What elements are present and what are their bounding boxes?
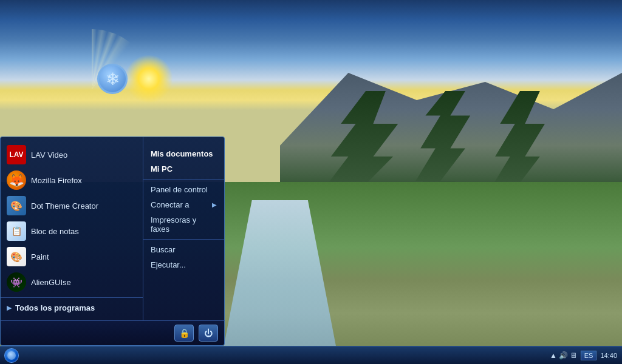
alienguise-icon: 👾 bbox=[7, 272, 26, 292]
network-icon: 🖥 bbox=[570, 351, 577, 360]
mozilla-firefox-label: Mozilla Firefox bbox=[31, 176, 82, 185]
speaker-icon: 🔊 bbox=[559, 351, 568, 360]
start-orb bbox=[4, 348, 19, 363]
right-item-mis-documentos[interactable]: Mis documentos bbox=[143, 146, 224, 161]
lav-video-label: LAV Video bbox=[31, 150, 67, 160]
menu-separator bbox=[1, 297, 143, 298]
menu-item-mozilla-firefox[interactable]: 🦊Mozilla Firefox bbox=[1, 167, 143, 193]
right-item-impresoras[interactable]: Impresoras y faxes bbox=[143, 212, 224, 237]
start-menu-left-panel: LAVLAV Video🦊Mozilla Firefox🎨Dot Theme C… bbox=[1, 137, 143, 320]
snowflake-icon: ❄ bbox=[106, 69, 120, 89]
taskbar: ▲ 🔊 🖥 ES 14:40 bbox=[0, 346, 622, 364]
tray-icons: ▲ 🔊 🖥 bbox=[550, 351, 577, 360]
start-menu-bottom: 🔒 ⏻ bbox=[0, 320, 225, 346]
start-menu: ❄ LAVLAV Video🦊Mozilla Firefox🎨Dot Theme… bbox=[0, 100, 225, 346]
right-separator bbox=[143, 179, 224, 180]
user-avatar: ❄ bbox=[97, 64, 128, 94]
right-separator bbox=[143, 239, 224, 240]
tray-arrow-icon: ▲ bbox=[550, 351, 557, 360]
desktop: ❄ LAVLAV Video🦊Mozilla Firefox🎨Dot Theme… bbox=[0, 0, 622, 364]
right-item-conectar-a-label: Conectar a bbox=[151, 200, 190, 209]
taskbar-tray: ▲ 🔊 🖥 ES 14:40 bbox=[550, 351, 622, 360]
bloc-notas-label: Bloc de notas bbox=[31, 227, 79, 236]
alienguise-label: AlienGUIse bbox=[31, 278, 71, 287]
menu-item-alienguise[interactable]: 👾AlienGUIse bbox=[1, 269, 143, 295]
menu-item-dot-theme-creator[interactable]: 🎨Dot Theme Creator bbox=[1, 193, 143, 218]
menu-item-bloc-notas[interactable]: 📋Bloc de notas bbox=[1, 218, 143, 244]
start-orb-inner bbox=[7, 351, 16, 360]
lock-button[interactable]: 🔒 bbox=[174, 325, 194, 342]
paint-icon: 🎨 bbox=[7, 247, 26, 266]
right-item-ejecutar[interactable]: Ejecutar... bbox=[143, 257, 224, 272]
menu-item-lav-video[interactable]: LAVLAV Video bbox=[1, 142, 143, 167]
bloc-notas-icon: 📋 bbox=[7, 221, 26, 241]
clock: 14:40 bbox=[600, 352, 617, 359]
start-menu-body: LAVLAV Video🦊Mozilla Firefox🎨Dot Theme C… bbox=[0, 136, 225, 320]
menu-item-paint[interactable]: 🎨Paint bbox=[1, 244, 143, 269]
mozilla-firefox-icon: 🦊 bbox=[7, 170, 26, 190]
arrow-right-icon: ▶ bbox=[7, 305, 12, 311]
submenu-arrow-icon: ▶ bbox=[212, 201, 217, 208]
bg-sun bbox=[125, 55, 173, 103]
all-programs-label: Todos los programas bbox=[15, 303, 95, 312]
right-item-panel-control[interactable]: Panel de control bbox=[143, 182, 224, 197]
start-button[interactable] bbox=[0, 346, 23, 365]
language-indicator[interactable]: ES bbox=[581, 351, 597, 360]
start-menu-right-panel: Mis documentosMi PCPanel de controlConec… bbox=[143, 137, 224, 320]
lav-video-icon: LAV bbox=[7, 145, 26, 164]
right-item-buscar[interactable]: Buscar bbox=[143, 242, 224, 257]
right-item-conectar-a[interactable]: Conectar a▶ bbox=[143, 197, 224, 212]
right-item-mi-pc[interactable]: Mi PC bbox=[143, 161, 224, 177]
paint-label: Paint bbox=[31, 252, 49, 261]
power-button[interactable]: ⏻ bbox=[199, 325, 218, 342]
all-programs-item[interactable]: ▶ Todos los programas bbox=[1, 300, 143, 315]
dot-theme-creator-label: Dot Theme Creator bbox=[31, 201, 98, 211]
dot-theme-creator-icon: 🎨 bbox=[7, 196, 26, 215]
